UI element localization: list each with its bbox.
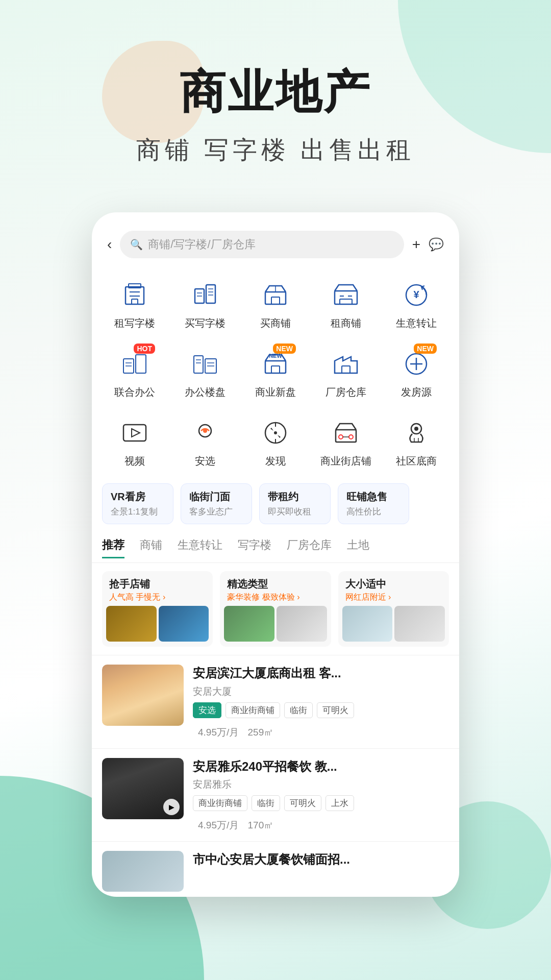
- cat-label-rent-office: 租写字楼: [114, 316, 155, 330]
- svg-rect-15: [335, 291, 357, 304]
- feature-tag-urgent[interactable]: 旺铺急售 高性价比: [338, 483, 409, 524]
- cat-label-commercial-street: 商业街店铺: [320, 454, 371, 468]
- feature-tag-street[interactable]: 临街门面 客多业态广: [181, 483, 252, 524]
- search-bar[interactable]: 🔍 商铺/写字楼/厂房仓库: [120, 231, 404, 258]
- tab-shop[interactable]: 商铺: [140, 537, 162, 558]
- category-discover[interactable]: 发现: [243, 409, 308, 473]
- tab-office[interactable]: 写字楼: [238, 537, 271, 558]
- cat-label-discover: 发现: [265, 454, 286, 468]
- tab-land[interactable]: 土地: [347, 537, 369, 558]
- svg-point-48: [349, 435, 353, 439]
- feature-tag-vr-title: VR看房: [111, 490, 165, 504]
- cat-label-community-bottom: 社区底商: [396, 454, 437, 468]
- svg-point-41: [203, 429, 207, 433]
- svg-point-43: [274, 431, 277, 434]
- listing-source-1: 安居大厦: [193, 685, 449, 698]
- search-icon: 🔍: [130, 238, 143, 251]
- promo-cards-row: 抢手店铺 人气高 手慢无 › 精选类型 豪华装修 极致体验 ›: [92, 563, 459, 655]
- category-commercial-street[interactable]: 商业街店铺: [313, 409, 379, 473]
- phone-mockup: ‹ 🔍 商铺/写字楼/厂房仓库 + 💬: [92, 212, 459, 897]
- svg-rect-12: [265, 292, 286, 304]
- tab-factory[interactable]: 厂房仓库: [287, 537, 332, 558]
- listing-card-1[interactable]: 安居滨江大厦底商出租 客... 安居大厦 安选 商业街商铺 临街 可明火 4.9…: [92, 655, 459, 748]
- promo-card-medium[interactable]: 大小适中 网红店附近 ›: [338, 571, 449, 647]
- svg-rect-31: [265, 361, 286, 373]
- tag-commercial-street-shop: 商业街商铺: [226, 702, 280, 718]
- svg-rect-34: [342, 366, 350, 373]
- tag-commercial-street-2: 商业街商铺: [193, 795, 247, 811]
- hot-badge: HOT: [134, 344, 155, 354]
- listing-info-2: 安居雅乐240平招餐饮 教... 安居雅乐 商业街商铺 临街 可明火 上水 4.…: [193, 758, 449, 832]
- category-rent-shop[interactable]: 租商铺: [313, 272, 379, 335]
- new-badge-post: NEW: [414, 344, 437, 354]
- category-rent-office[interactable]: 租写字楼: [102, 272, 167, 335]
- tabs-row: 推荐 商铺 生意转让 写字楼 厂房仓库 土地: [92, 529, 459, 563]
- chat-button[interactable]: 💬: [429, 237, 444, 252]
- hero-subtitle: 商铺 写字楼 出售出租: [0, 134, 551, 166]
- tag-street-facing-2: 临街: [252, 795, 280, 811]
- svg-text:¥: ¥: [413, 289, 419, 300]
- tab-recommend[interactable]: 推荐: [102, 537, 124, 558]
- category-community-bottom[interactable]: 社区底商: [384, 409, 449, 473]
- feature-tag-lease-title: 带租约: [268, 490, 322, 504]
- svg-rect-38: [123, 425, 146, 441]
- tab-business-transfer[interactable]: 生意转让: [178, 537, 222, 558]
- cat-label-commercial-new: 商业新盘: [255, 385, 296, 399]
- category-factory[interactable]: 厂房仓库: [313, 340, 379, 404]
- svg-rect-18: [340, 299, 352, 304]
- cat-label-factory: 厂房仓库: [325, 385, 366, 399]
- svg-marker-39: [132, 429, 140, 437]
- category-post-source[interactable]: NEW 发房源: [384, 340, 449, 404]
- hero-section: 商业地产 商铺 写字楼 出售出租: [0, 0, 551, 197]
- cat-label-coworking: 联合办公: [114, 385, 155, 399]
- category-buy-shop[interactable]: 买商铺: [243, 272, 308, 335]
- svg-rect-4: [132, 299, 138, 304]
- listing-thumb-1: [102, 665, 184, 726]
- listing-card-3-partial[interactable]: 市中心安居大厦餐饮铺面招...: [92, 841, 459, 897]
- promo-card-medium-title: 大小适中: [345, 577, 442, 591]
- feature-tag-vr[interactable]: VR看房 全景1:1复制: [102, 483, 173, 524]
- listing-card-2[interactable]: ▶ 安居雅乐240平招餐饮 教... 安居雅乐 商业街商铺 临街 可明火 上水 …: [92, 748, 459, 842]
- promo-card-popular-sub: 人气高 手慢无 ›: [109, 592, 206, 603]
- category-business-transfer[interactable]: ¥ 生意转让: [384, 272, 449, 335]
- new-badge-commercial: NEW: [273, 344, 296, 354]
- listing-thumb-2: ▶: [102, 758, 184, 819]
- feature-tag-lease-sub: 即买即收租: [268, 506, 322, 518]
- listing-price-1: 4.95万/月 259㎡: [193, 723, 449, 739]
- category-coworking[interactable]: HOT 联合办公: [102, 340, 167, 404]
- svg-rect-6: [206, 285, 215, 303]
- category-buy-office[interactable]: 买写字楼: [172, 272, 238, 335]
- feature-tag-vr-sub: 全景1:1复制: [111, 506, 165, 518]
- tag-an-select: 安选: [193, 702, 221, 718]
- svg-rect-22: [136, 355, 146, 373]
- cat-label-post-source: 发房源: [401, 385, 432, 399]
- category-an-select[interactable]: 安选: [172, 409, 238, 473]
- listing-info-3: 市中心安居大厦餐饮铺面招...: [193, 851, 449, 892]
- listing-thumb-3: [102, 851, 184, 892]
- svg-rect-14: [271, 297, 280, 304]
- promo-card-select[interactable]: 精选类型 豪华装修 极致体验 ›: [220, 571, 331, 647]
- cat-label-an-select: 安选: [195, 454, 215, 468]
- listing-tags-1: 安选 商业街商铺 临街 可明火: [193, 702, 449, 718]
- feature-tag-lease[interactable]: 带租约 即买即收租: [259, 483, 331, 524]
- listing-price-2: 4.95万/月 170㎡: [193, 816, 449, 832]
- add-button[interactable]: +: [412, 236, 420, 253]
- promo-image-3a: [342, 606, 393, 642]
- promo-card-popular[interactable]: 抢手店铺 人气高 手慢无 ›: [102, 571, 213, 647]
- listing-title-3: 市中心安居大厦餐饮铺面招...: [193, 851, 449, 868]
- cat-label-business-transfer: 生意转让: [396, 316, 437, 330]
- tag-open-fire-2: 可明火: [284, 795, 321, 811]
- category-video[interactable]: 视频: [102, 409, 167, 473]
- promo-image-1b: [159, 606, 209, 642]
- cat-label-buy-office: 买写字楼: [185, 316, 226, 330]
- category-commercial-new[interactable]: NEW NEW 商业新盘: [243, 340, 308, 404]
- back-button[interactable]: ‹: [107, 236, 112, 253]
- tag-street-facing: 临街: [284, 702, 313, 718]
- category-office-buildings[interactable]: 办公楼盘: [172, 340, 238, 404]
- promo-card-medium-sub: 网红店附近 ›: [345, 592, 442, 603]
- play-button[interactable]: ▶: [163, 799, 180, 815]
- svg-rect-25: [194, 356, 203, 373]
- listing-tags-2: 商业街商铺 临街 可明火 上水: [193, 795, 449, 811]
- feature-tag-urgent-sub: 高性价比: [346, 506, 400, 518]
- svg-point-47: [339, 435, 343, 439]
